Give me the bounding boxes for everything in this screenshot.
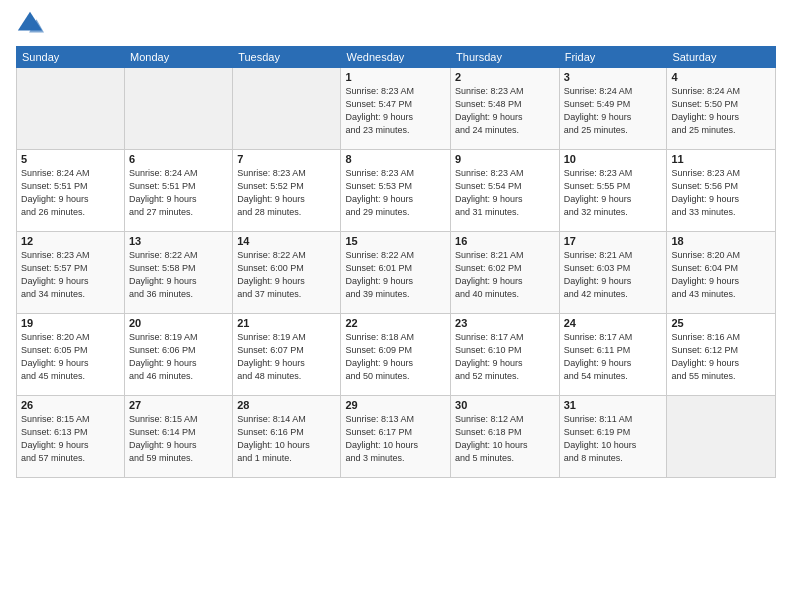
day-info: Sunrise: 8:23 AMSunset: 5:48 PMDaylight:…	[455, 85, 555, 137]
calendar-cell: 29Sunrise: 8:13 AMSunset: 6:17 PMDayligh…	[341, 396, 451, 478]
calendar-cell: 10Sunrise: 8:23 AMSunset: 5:55 PMDayligh…	[559, 150, 667, 232]
day-number: 10	[564, 153, 663, 165]
day-number: 19	[21, 317, 120, 329]
week-row-4: 19Sunrise: 8:20 AMSunset: 6:05 PMDayligh…	[17, 314, 776, 396]
day-number: 4	[671, 71, 771, 83]
week-row-2: 5Sunrise: 8:24 AMSunset: 5:51 PMDaylight…	[17, 150, 776, 232]
calendar-cell: 2Sunrise: 8:23 AMSunset: 5:48 PMDaylight…	[451, 68, 560, 150]
day-info: Sunrise: 8:17 AMSunset: 6:11 PMDaylight:…	[564, 331, 663, 383]
day-info: Sunrise: 8:24 AMSunset: 5:51 PMDaylight:…	[21, 167, 120, 219]
day-info: Sunrise: 8:23 AMSunset: 5:53 PMDaylight:…	[345, 167, 446, 219]
day-info: Sunrise: 8:23 AMSunset: 5:54 PMDaylight:…	[455, 167, 555, 219]
day-info: Sunrise: 8:23 AMSunset: 5:52 PMDaylight:…	[237, 167, 336, 219]
day-number: 5	[21, 153, 120, 165]
day-info: Sunrise: 8:23 AMSunset: 5:55 PMDaylight:…	[564, 167, 663, 219]
day-number: 1	[345, 71, 446, 83]
day-info: Sunrise: 8:11 AMSunset: 6:19 PMDaylight:…	[564, 413, 663, 465]
calendar-cell: 31Sunrise: 8:11 AMSunset: 6:19 PMDayligh…	[559, 396, 667, 478]
day-number: 13	[129, 235, 228, 247]
day-number: 24	[564, 317, 663, 329]
calendar-cell: 12Sunrise: 8:23 AMSunset: 5:57 PMDayligh…	[17, 232, 125, 314]
calendar-cell: 14Sunrise: 8:22 AMSunset: 6:00 PMDayligh…	[233, 232, 341, 314]
calendar-cell: 5Sunrise: 8:24 AMSunset: 5:51 PMDaylight…	[17, 150, 125, 232]
day-info: Sunrise: 8:19 AMSunset: 6:07 PMDaylight:…	[237, 331, 336, 383]
day-info: Sunrise: 8:15 AMSunset: 6:13 PMDaylight:…	[21, 413, 120, 465]
day-number: 18	[671, 235, 771, 247]
day-info: Sunrise: 8:17 AMSunset: 6:10 PMDaylight:…	[455, 331, 555, 383]
calendar-cell: 16Sunrise: 8:21 AMSunset: 6:02 PMDayligh…	[451, 232, 560, 314]
day-info: Sunrise: 8:22 AMSunset: 6:00 PMDaylight:…	[237, 249, 336, 301]
calendar-cell	[667, 396, 776, 478]
calendar-cell: 13Sunrise: 8:22 AMSunset: 5:58 PMDayligh…	[125, 232, 233, 314]
day-number: 9	[455, 153, 555, 165]
calendar-cell: 30Sunrise: 8:12 AMSunset: 6:18 PMDayligh…	[451, 396, 560, 478]
calendar-cell: 27Sunrise: 8:15 AMSunset: 6:14 PMDayligh…	[125, 396, 233, 478]
day-info: Sunrise: 8:18 AMSunset: 6:09 PMDaylight:…	[345, 331, 446, 383]
calendar-cell: 25Sunrise: 8:16 AMSunset: 6:12 PMDayligh…	[667, 314, 776, 396]
day-info: Sunrise: 8:23 AMSunset: 5:57 PMDaylight:…	[21, 249, 120, 301]
day-info: Sunrise: 8:24 AMSunset: 5:49 PMDaylight:…	[564, 85, 663, 137]
day-number: 31	[564, 399, 663, 411]
calendar-cell: 24Sunrise: 8:17 AMSunset: 6:11 PMDayligh…	[559, 314, 667, 396]
header-friday: Friday	[559, 47, 667, 68]
calendar-cell: 18Sunrise: 8:20 AMSunset: 6:04 PMDayligh…	[667, 232, 776, 314]
calendar-cell: 9Sunrise: 8:23 AMSunset: 5:54 PMDaylight…	[451, 150, 560, 232]
header-tuesday: Tuesday	[233, 47, 341, 68]
calendar-cell: 15Sunrise: 8:22 AMSunset: 6:01 PMDayligh…	[341, 232, 451, 314]
calendar-cell: 6Sunrise: 8:24 AMSunset: 5:51 PMDaylight…	[125, 150, 233, 232]
calendar-cell: 26Sunrise: 8:15 AMSunset: 6:13 PMDayligh…	[17, 396, 125, 478]
calendar-cell: 8Sunrise: 8:23 AMSunset: 5:53 PMDaylight…	[341, 150, 451, 232]
logo-icon	[16, 10, 44, 38]
day-number: 28	[237, 399, 336, 411]
calendar-cell: 17Sunrise: 8:21 AMSunset: 6:03 PMDayligh…	[559, 232, 667, 314]
day-number: 8	[345, 153, 446, 165]
day-info: Sunrise: 8:23 AMSunset: 5:47 PMDaylight:…	[345, 85, 446, 137]
day-number: 20	[129, 317, 228, 329]
day-info: Sunrise: 8:20 AMSunset: 6:05 PMDaylight:…	[21, 331, 120, 383]
calendar-cell	[17, 68, 125, 150]
day-number: 23	[455, 317, 555, 329]
calendar-cell	[233, 68, 341, 150]
day-info: Sunrise: 8:24 AMSunset: 5:51 PMDaylight:…	[129, 167, 228, 219]
day-info: Sunrise: 8:21 AMSunset: 6:02 PMDaylight:…	[455, 249, 555, 301]
calendar-header-row: SundayMondayTuesdayWednesdayThursdayFrid…	[17, 47, 776, 68]
day-number: 26	[21, 399, 120, 411]
day-number: 27	[129, 399, 228, 411]
day-number: 21	[237, 317, 336, 329]
calendar-cell: 1Sunrise: 8:23 AMSunset: 5:47 PMDaylight…	[341, 68, 451, 150]
day-info: Sunrise: 8:15 AMSunset: 6:14 PMDaylight:…	[129, 413, 228, 465]
calendar-cell: 11Sunrise: 8:23 AMSunset: 5:56 PMDayligh…	[667, 150, 776, 232]
day-info: Sunrise: 8:22 AMSunset: 6:01 PMDaylight:…	[345, 249, 446, 301]
logo	[16, 10, 48, 38]
day-number: 29	[345, 399, 446, 411]
day-info: Sunrise: 8:19 AMSunset: 6:06 PMDaylight:…	[129, 331, 228, 383]
day-number: 6	[129, 153, 228, 165]
day-number: 14	[237, 235, 336, 247]
header-saturday: Saturday	[667, 47, 776, 68]
header-sunday: Sunday	[17, 47, 125, 68]
day-info: Sunrise: 8:14 AMSunset: 6:16 PMDaylight:…	[237, 413, 336, 465]
day-info: Sunrise: 8:12 AMSunset: 6:18 PMDaylight:…	[455, 413, 555, 465]
day-number: 22	[345, 317, 446, 329]
header-wednesday: Wednesday	[341, 47, 451, 68]
calendar-cell: 28Sunrise: 8:14 AMSunset: 6:16 PMDayligh…	[233, 396, 341, 478]
calendar-cell: 21Sunrise: 8:19 AMSunset: 6:07 PMDayligh…	[233, 314, 341, 396]
day-info: Sunrise: 8:24 AMSunset: 5:50 PMDaylight:…	[671, 85, 771, 137]
day-number: 2	[455, 71, 555, 83]
day-info: Sunrise: 8:21 AMSunset: 6:03 PMDaylight:…	[564, 249, 663, 301]
header-monday: Monday	[125, 47, 233, 68]
day-info: Sunrise: 8:16 AMSunset: 6:12 PMDaylight:…	[671, 331, 771, 383]
calendar-cell: 23Sunrise: 8:17 AMSunset: 6:10 PMDayligh…	[451, 314, 560, 396]
day-info: Sunrise: 8:13 AMSunset: 6:17 PMDaylight:…	[345, 413, 446, 465]
day-number: 15	[345, 235, 446, 247]
calendar-cell: 22Sunrise: 8:18 AMSunset: 6:09 PMDayligh…	[341, 314, 451, 396]
day-number: 12	[21, 235, 120, 247]
calendar-cell	[125, 68, 233, 150]
day-info: Sunrise: 8:23 AMSunset: 5:56 PMDaylight:…	[671, 167, 771, 219]
calendar-cell: 3Sunrise: 8:24 AMSunset: 5:49 PMDaylight…	[559, 68, 667, 150]
day-number: 30	[455, 399, 555, 411]
day-info: Sunrise: 8:20 AMSunset: 6:04 PMDaylight:…	[671, 249, 771, 301]
page: SundayMondayTuesdayWednesdayThursdayFrid…	[0, 0, 792, 612]
day-number: 11	[671, 153, 771, 165]
day-info: Sunrise: 8:22 AMSunset: 5:58 PMDaylight:…	[129, 249, 228, 301]
